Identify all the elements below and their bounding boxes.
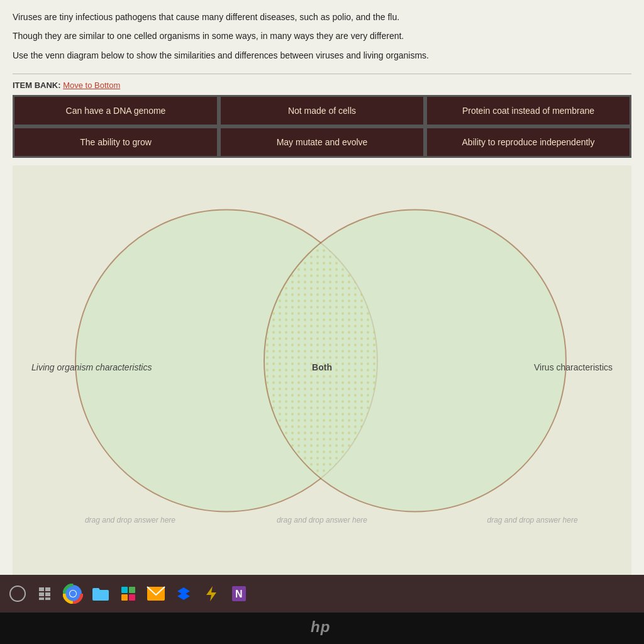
item-card-4[interactable]: The ability to grow (14, 128, 218, 157)
svg-point-18 (70, 591, 76, 597)
svg-marker-26 (206, 586, 216, 601)
intro-line3: Use the venn diagram below to show the s… (13, 48, 631, 62)
taskbar: N (0, 575, 644, 613)
hp-bar: hp (0, 613, 644, 644)
item-bank-label: ITEM BANK: Move to Bottom (13, 80, 631, 90)
item-card-1[interactable]: Can have a DNA genome (14, 96, 218, 125)
svg-rect-11 (39, 597, 44, 600)
hp-logo: hp (309, 617, 335, 640)
svg-text:hp: hp (311, 618, 330, 635)
svg-text:N: N (235, 589, 243, 599)
svg-rect-10 (45, 592, 50, 596)
dropbox-icon[interactable] (172, 582, 195, 605)
svg-rect-20 (129, 587, 135, 593)
apps-icon[interactable] (117, 582, 140, 605)
task-view-icon[interactable] (34, 582, 57, 605)
svg-rect-8 (45, 587, 50, 591)
main-content: Viruses are tiny infectious pathogens th… (0, 0, 644, 575)
svg-marker-25 (177, 592, 190, 600)
item-card-5[interactable]: May mutate and evolve (220, 128, 424, 157)
svg-rect-7 (39, 587, 44, 591)
item-card-6[interactable]: Ability to reproduce independently (426, 128, 630, 157)
svg-rect-9 (39, 592, 44, 596)
start-button[interactable] (6, 582, 29, 605)
item-bank-grid: Can have a DNA genome Not made of cells … (13, 95, 631, 158)
bolt-icon[interactable] (200, 582, 223, 605)
chrome-icon[interactable] (62, 582, 84, 605)
venn-svg (13, 165, 631, 575)
svg-rect-19 (121, 587, 128, 593)
svg-rect-12 (45, 597, 50, 600)
intro-line1: Viruses are tiny infectious pathogens th… (13, 10, 631, 24)
svg-rect-21 (121, 594, 128, 601)
move-to-bottom-link[interactable]: Move to Bottom (63, 80, 120, 90)
divider (13, 74, 631, 74)
svg-rect-22 (129, 594, 135, 601)
venn-diagram: Living organism characteristics Both Vir… (13, 165, 631, 575)
mail-icon[interactable] (145, 582, 167, 605)
folder-icon[interactable] (89, 582, 112, 605)
onenote-icon[interactable]: N (228, 582, 250, 605)
item-card-3[interactable]: Protein coat instead of membrane (426, 96, 630, 125)
item-card-2[interactable]: Not made of cells (220, 96, 424, 125)
intro-line2: Though they are similar to one celled or… (13, 29, 631, 43)
svg-point-6 (10, 586, 25, 601)
